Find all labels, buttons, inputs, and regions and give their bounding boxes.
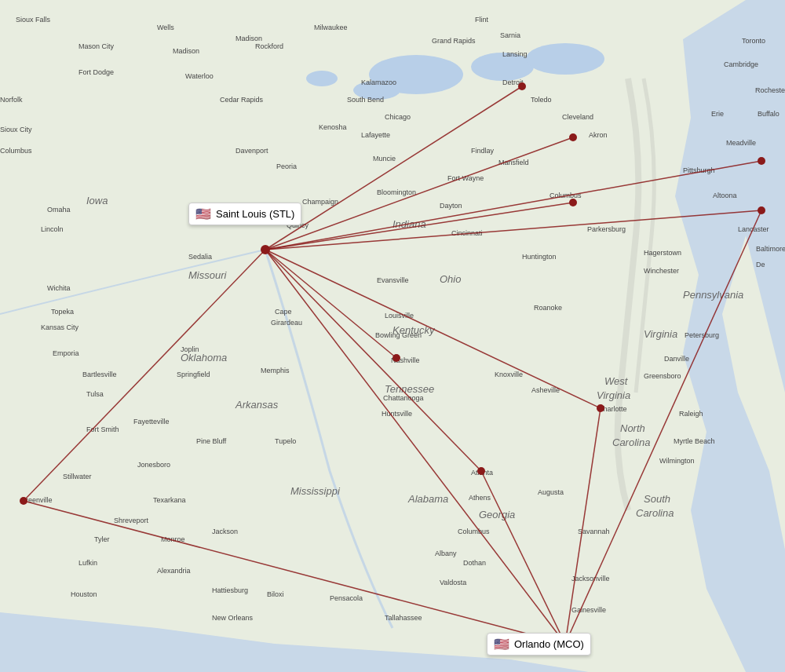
greensboro-text: Greensboro xyxy=(644,372,681,380)
pensacola-text: Pensacola xyxy=(330,594,363,602)
meadville-text: Meadville xyxy=(726,139,756,147)
parkersburg-text: Parkersburg xyxy=(587,225,626,233)
lincoln-text: Lincoln xyxy=(41,225,64,233)
hagerstown-text: Hagerstown xyxy=(644,249,681,257)
lafayette-text: Lafayette xyxy=(361,131,390,139)
svg-point-33 xyxy=(261,245,270,254)
wv-label2: Virginia xyxy=(597,389,630,401)
madison2-text: Madison xyxy=(173,47,199,55)
erie-text: Erie xyxy=(711,110,724,118)
flint-text: Flint xyxy=(475,16,489,24)
ohio-label: Ohio xyxy=(440,273,461,285)
topeka-text: Topeka xyxy=(51,308,74,316)
nc-label2: Carolina xyxy=(612,436,650,448)
wv-label: West xyxy=(604,375,629,387)
pinebluff-text: Pine Bluff xyxy=(196,437,227,445)
svg-point-6 xyxy=(306,71,338,86)
fortdodge-text: Fort Dodge xyxy=(78,68,114,76)
memphis-text: Memphis xyxy=(261,367,290,374)
columbus-ga-text: Columbus xyxy=(458,528,490,535)
missouri-label: Missouri xyxy=(188,269,228,281)
svg-point-29 xyxy=(477,467,485,475)
joplin-text: Joplin xyxy=(181,345,199,353)
bartlesville-text: Bartlesville xyxy=(82,371,117,378)
iowa-label: Iowa xyxy=(86,195,108,206)
svg-point-32 xyxy=(561,640,569,648)
danville-text: Danville xyxy=(664,355,689,363)
nc-label: North xyxy=(620,422,645,434)
springfield-text: Springfield xyxy=(177,371,210,378)
norfolk-text: Norfolk xyxy=(0,96,23,104)
dayton-text: Dayton xyxy=(440,202,462,210)
svg-point-23 xyxy=(518,82,526,90)
houston-text: Houston xyxy=(71,590,97,598)
jonesboro-text: Jonesboro xyxy=(137,461,170,469)
cleveland-text: Cleveland xyxy=(562,113,593,121)
kalamazoo-text: Kalamazoo xyxy=(361,79,396,86)
cape-text: Cape xyxy=(275,308,292,316)
jacksonville-text: Jacksonville xyxy=(571,575,610,583)
masoncity-text: Mason City xyxy=(78,42,115,50)
svg-point-25 xyxy=(569,199,577,206)
emporia-text: Emporia xyxy=(53,349,79,357)
arkansas-label: Arkansas xyxy=(235,399,279,411)
map-svg: Iowa Missouri Indiana Ohio Kentucky Tenn… xyxy=(0,0,785,672)
valdosta-text: Valdosta xyxy=(440,579,466,586)
tennessee-label: Tennessee xyxy=(385,383,434,395)
cedarrapids-text: Cedar Rapids xyxy=(220,96,264,104)
milwaukee-text: Milwaukee xyxy=(314,24,348,31)
svg-point-4 xyxy=(526,43,604,75)
knoxville-text: Knoxville xyxy=(495,371,523,378)
rockford-text: Rockford xyxy=(255,42,283,50)
virginia-label: Virginia xyxy=(644,328,677,340)
stillwater-text: Stillwater xyxy=(63,473,92,480)
findlay-text: Findlay xyxy=(471,147,495,155)
quincy-text: Quincy xyxy=(287,221,309,229)
lufkin-text: Lufkin xyxy=(78,559,97,567)
chattanooga-text: Chattanooga xyxy=(383,394,424,402)
grandrapids-text: Grand Rapids xyxy=(432,37,476,45)
sedalia-text: Sedalia xyxy=(188,253,212,261)
hattiesburg-text: Hattiesburg xyxy=(212,586,248,594)
tupelo-text: Tupelo xyxy=(275,437,296,445)
roanoke-text: Roanoke xyxy=(534,304,562,312)
omaha-text: Omaha xyxy=(47,206,71,214)
svg-point-27 xyxy=(758,206,765,214)
jackson-text: Jackson xyxy=(212,528,238,535)
bloomington-text: Bloomington xyxy=(377,188,416,196)
wichita-text: Wichita xyxy=(47,284,71,292)
evansville-text: Evansville xyxy=(377,276,409,284)
davenport-text: Davenport xyxy=(236,147,268,155)
svg-point-26 xyxy=(758,157,765,165)
girardeau-text: Girardeau xyxy=(271,319,302,327)
winchester-text: Winchester xyxy=(644,267,679,275)
pennsylvania-label: Pennsylvania xyxy=(683,289,743,301)
peoria-text: Peoria xyxy=(276,163,297,170)
texarkana-text: Texarkana xyxy=(153,496,186,504)
svg-point-24 xyxy=(569,133,577,141)
kokomo-text: Muncie xyxy=(373,155,396,163)
waterloo-text: Waterloo xyxy=(185,72,214,80)
southbend-text: South Bend xyxy=(347,96,384,104)
ftsmith-text: Fort Smith xyxy=(86,425,119,433)
gainesville-text: Gainesville xyxy=(571,606,606,614)
albany-text: Albany xyxy=(435,550,457,557)
cambridge-text: Cambridge xyxy=(724,60,758,68)
akron-text: Akron xyxy=(589,131,608,139)
columbusne-text: Columbus xyxy=(0,147,32,155)
sarnia-text: Sarnia xyxy=(500,31,520,39)
bowlinggreen-text: Bowling Green xyxy=(375,331,422,339)
fayetteville-text: Fayetteville xyxy=(133,418,170,425)
tulsa-text: Tulsa xyxy=(86,390,104,398)
huntington-text: Huntington xyxy=(522,253,557,261)
champaign-text: Champaign xyxy=(302,198,338,206)
georgia-label: Georgia xyxy=(479,509,515,520)
tyler-text: Tyler xyxy=(94,535,110,543)
toronto-text: Toronto xyxy=(742,37,765,45)
buffalo-text: Buffalo xyxy=(758,110,780,118)
neworleans-text: New Orleans xyxy=(212,614,254,622)
de-text: De xyxy=(756,261,765,268)
madison-text: Madison xyxy=(236,35,262,42)
altoona-text: Altoona xyxy=(713,192,737,199)
raleigh-text: Raleigh xyxy=(679,410,703,418)
